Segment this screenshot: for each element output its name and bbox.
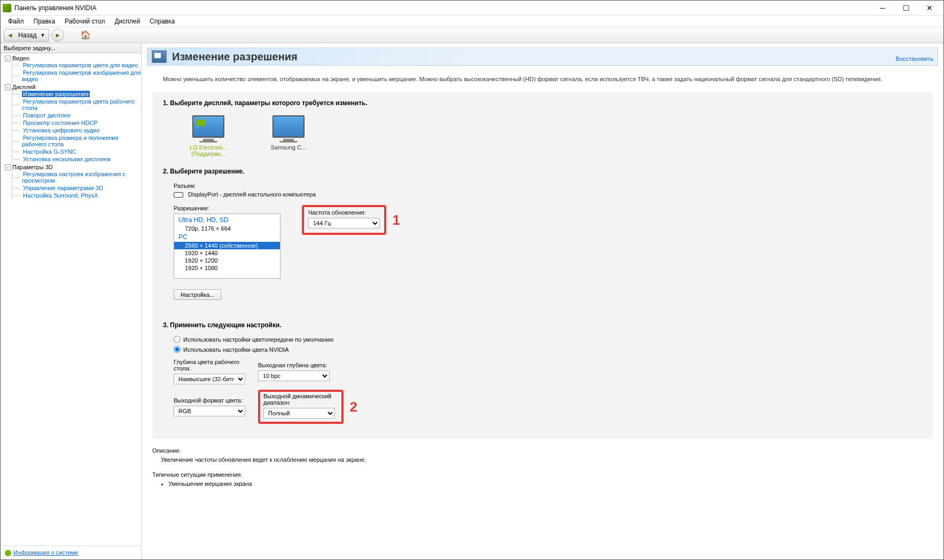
forward-button[interactable]: ►: [51, 29, 64, 42]
back-icon: ◄: [4, 29, 16, 41]
annotation-2: 2: [350, 399, 357, 415]
sidebar-item[interactable]: Регулировка размера и положения рабочего…: [22, 135, 118, 147]
sidebar-item[interactable]: Просмотр состояния HDCP: [22, 120, 99, 126]
res-item[interactable]: 1920 × 1440: [174, 249, 280, 257]
menu-desktop[interactable]: Рабочий стол: [60, 17, 109, 26]
refresh-label: Частота обновления:: [308, 209, 380, 216]
res-item-selected[interactable]: 2560 × 1440 (собственное): [174, 242, 280, 249]
step2-title: 2. Выберите разрешение.: [163, 168, 922, 175]
back-button-group[interactable]: ◄ Назад ▼: [4, 29, 49, 42]
step1-title: 1. Выберите дисплей, параметры которого …: [163, 99, 922, 107]
res-item[interactable]: 1920 × 1200: [174, 257, 280, 264]
tree-expander[interactable]: -: [5, 164, 11, 170]
res-item[interactable]: 720p, 1176 × 664: [174, 225, 280, 232]
sidebar-item[interactable]: Настройка G-SYNC: [22, 148, 77, 155]
page-description: Можно уменьшить количество элементов, от…: [147, 71, 938, 92]
connector-label: Разъем:: [174, 183, 911, 189]
menu-edit[interactable]: Правка: [29, 17, 60, 26]
monitor-icon: [272, 115, 305, 138]
settings-panel: 1. Выберите дисплей, параметры которого …: [152, 92, 933, 439]
info-icon: [5, 550, 11, 556]
menu-file[interactable]: Файл: [4, 17, 28, 26]
displays-row: LG Electroni... (Поддержк... Samsung C..…: [163, 112, 922, 168]
sidebar: Выберите задачу... -Видео Регулировка па…: [1, 43, 142, 559]
dynamic-range-select[interactable]: Полный: [263, 408, 335, 419]
minimize-button[interactable]: ─: [871, 1, 894, 15]
tree-group-display: Дисплей: [12, 84, 36, 90]
content-area: Изменение разрешения Восстановить Можно …: [142, 43, 943, 559]
display-item-samsung[interactable]: Samsung C...: [259, 115, 318, 157]
window-title: Панель управления NVIDIA: [14, 4, 871, 12]
output-depth-label: Выходная глубина цвета:: [258, 362, 344, 368]
sidebar-header: Выберите задачу...: [1, 43, 141, 53]
task-tree: -Видео Регулировка параметров цвета для …: [1, 53, 141, 546]
titlebar: Панель управления NVIDIA ─ ☐ ✕: [1, 1, 943, 15]
display-name: LG Electroni...: [190, 144, 227, 151]
customize-button[interactable]: Настройка...: [174, 289, 221, 300]
sidebar-item[interactable]: Регулировка параметров изображения для в…: [22, 69, 141, 82]
tree-expander[interactable]: -: [5, 84, 11, 90]
tree-expander[interactable]: -: [5, 56, 11, 61]
displayport-icon: [174, 192, 183, 198]
resolution-header-icon: [152, 50, 167, 63]
highlight-refresh: Частота обновления: 144 Гц 1: [302, 205, 386, 235]
resolution-list[interactable]: Ultra HD, HD, SD 720p, 1176 × 664 PC 256…: [174, 214, 280, 279]
sidebar-footer: Информация о системе: [1, 546, 141, 559]
resolution-label: Разрешение:: [174, 205, 280, 211]
res-group-label: Ultra HD, HD, SD: [174, 215, 280, 225]
nvidia-app-icon: [3, 4, 11, 12]
back-label: Назад: [16, 31, 38, 39]
sidebar-item[interactable]: Управление параметрами 3D: [22, 185, 104, 191]
highlight-dynamic-range: Выходной динамический диапазон: Полный 2: [258, 390, 344, 424]
desc-text: Увеличение частоты обновления ведет к ос…: [152, 455, 933, 464]
page-header: Изменение разрешения Восстановить: [147, 48, 938, 66]
toolbar: ◄ Назад ▼ ► 🏠: [1, 27, 943, 43]
sidebar-item[interactable]: Регулировка параметров цвета рабочего ст…: [22, 98, 135, 111]
res-group-label: PC: [174, 232, 280, 242]
sidebar-item[interactable]: Установка нескольких дисплеев: [22, 156, 112, 162]
monitor-icon: [192, 115, 224, 138]
menu-help[interactable]: Справка: [145, 17, 179, 26]
description-block: Описание. Увеличение частоты обновления …: [147, 439, 938, 490]
connector-value: DisplayPort - дисплей настольного компью…: [188, 191, 316, 198]
maximize-button[interactable]: ☐: [894, 1, 918, 15]
close-button[interactable]: ✕: [918, 1, 941, 15]
desktop-depth-label: Глубина цвета рабочего стола:: [174, 359, 254, 372]
menu-display[interactable]: Дисплей: [110, 17, 144, 26]
typical-title: Типичные ситуации применения.: [152, 470, 933, 479]
display-item-lg[interactable]: LG Electroni... (Поддержк...: [179, 115, 238, 157]
desktop-depth-select[interactable]: Наивысшее (32-битное): [174, 374, 245, 384]
display-name: Samsung C...: [271, 144, 307, 151]
step3-title: 3. Применить следующие настройки.: [163, 321, 922, 329]
sidebar-item[interactable]: Регулировка параметров цвета для видео: [22, 62, 139, 68]
annotation-1: 1: [393, 212, 400, 228]
page-title: Изменение разрешения: [172, 51, 896, 63]
display-sub: (Поддержк...: [191, 151, 225, 157]
sidebar-item[interactable]: Поворот дисплея: [22, 112, 71, 119]
output-format-label: Выходной формат цвета:: [174, 397, 254, 404]
sidebar-item[interactable]: Настройка Surround, PhysX: [22, 192, 99, 199]
radio-default-label: Использовать настройки цветопередачи по …: [183, 336, 334, 343]
radio-nvidia-color[interactable]: [174, 346, 181, 353]
tree-group-3d: Параметры 3D: [12, 164, 53, 170]
output-depth-select[interactable]: 10 bpc: [258, 370, 330, 381]
restore-link[interactable]: Восстановить: [896, 56, 933, 62]
back-dropdown-icon[interactable]: ▼: [38, 33, 46, 38]
menubar: Файл Правка Рабочий стол Дисплей Справка: [1, 15, 943, 27]
res-item[interactable]: 1920 × 1080: [174, 264, 280, 272]
sidebar-item-change-resolution[interactable]: Изменение разрешения: [22, 91, 90, 97]
sidebar-item[interactable]: Регулировка настроек изображения с просм…: [22, 171, 126, 184]
home-button[interactable]: 🏠: [79, 29, 92, 42]
refresh-rate-select[interactable]: 144 Гц: [308, 218, 380, 228]
system-info-link[interactable]: Информация о системе: [13, 549, 78, 556]
sidebar-item[interactable]: Установка цифрового аудио: [22, 127, 100, 133]
desc-title: Описание.: [152, 446, 933, 455]
radio-default-color[interactable]: [174, 336, 181, 343]
dynamic-range-label: Выходной динамический диапазон:: [263, 393, 338, 406]
typical-item: Уменьшение мерцания экрана: [168, 479, 933, 488]
output-format-select[interactable]: RGB: [174, 406, 245, 416]
tree-group-video: Видео: [12, 55, 29, 61]
radio-nvidia-label: Использовать настройки цвета NVIDIA: [183, 346, 289, 353]
